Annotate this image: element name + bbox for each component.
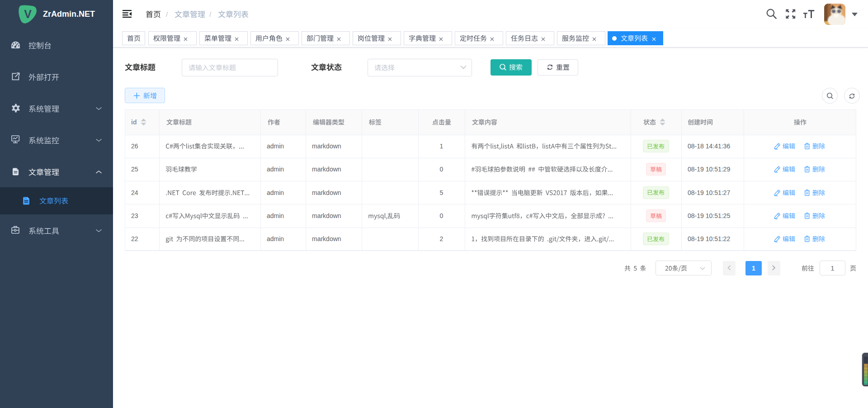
svg-text:V: V xyxy=(24,8,32,20)
